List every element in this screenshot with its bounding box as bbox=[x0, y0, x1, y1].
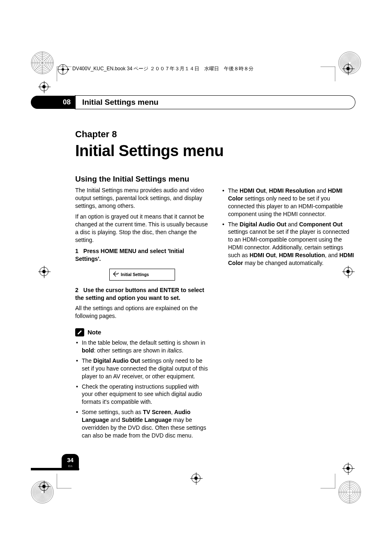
reg-mark bbox=[39, 82, 48, 91]
page-number: 34 bbox=[67, 457, 74, 463]
right-column: The HDMI Out, HDMI Resolution and HDMI C… bbox=[221, 175, 355, 442]
note-bullets-right: The HDMI Out, HDMI Resolution and HDMI C… bbox=[221, 187, 355, 267]
list-item: The Digital Audio Out and Component Out … bbox=[221, 221, 355, 267]
reg-mark bbox=[344, 464, 353, 473]
corner-ornament-bottom-right bbox=[338, 481, 361, 504]
list-item: In the table below, the default setting … bbox=[75, 339, 209, 355]
step-1: 1Press HOME MENU and select 'Initial Set… bbox=[75, 247, 209, 263]
back-arrow-icon bbox=[113, 271, 119, 279]
list-item: The Digital Audio Out settings only need… bbox=[75, 357, 209, 380]
reg-mark bbox=[344, 64, 353, 73]
book-arrow-icon bbox=[57, 63, 69, 76]
intro-para: If an option is grayed out it means that… bbox=[75, 213, 209, 244]
note-bullets-left: In the table below, the default setting … bbox=[75, 339, 209, 440]
list-item: The HDMI Out, HDMI Resolution and HDMI C… bbox=[221, 187, 355, 218]
step-2: 2Use the cursor buttons and ENTER to sel… bbox=[75, 286, 209, 302]
crop-mark-bl bbox=[57, 474, 71, 488]
list-item: Check the operating instructions supplie… bbox=[75, 383, 209, 406]
left-column: Using the Initial Settings menu The Init… bbox=[75, 175, 209, 442]
reg-mark bbox=[39, 482, 48, 491]
section-heading: Using the Initial Settings menu bbox=[75, 175, 209, 184]
page-heading: Initial Settings menu bbox=[31, 142, 355, 160]
chapter-label: Chapter 8 bbox=[31, 129, 355, 140]
crop-mark-br bbox=[321, 474, 335, 488]
reg-mark bbox=[191, 474, 201, 483]
chapter-title-pill: Initial Settings menu bbox=[75, 95, 355, 109]
note-heading: Note bbox=[75, 328, 209, 336]
pencil-icon bbox=[75, 328, 84, 336]
page-lang: En bbox=[68, 464, 72, 468]
book-header-text: DV400V_KUC_EN.book 34 ページ ２００７年３月１４日 水曜日… bbox=[72, 65, 254, 72]
crop-mark-tr bbox=[321, 67, 335, 81]
chapter-bar: 08 Initial Settings menu bbox=[31, 95, 355, 109]
ui-example-box: Initial Settings bbox=[109, 269, 175, 281]
step-2-after: All the settings and options are explain… bbox=[75, 304, 209, 320]
corner-ornament-top-left bbox=[31, 51, 54, 74]
list-item: Some settings, such as TV Screen, Audio … bbox=[75, 408, 209, 440]
chapter-number-badge: 08 bbox=[31, 96, 76, 109]
ui-box-label: Initial Settings bbox=[121, 272, 149, 278]
intro-para: The Initial Settings menu provides audio… bbox=[75, 187, 209, 210]
page-number-tab: 34 En bbox=[62, 454, 79, 470]
